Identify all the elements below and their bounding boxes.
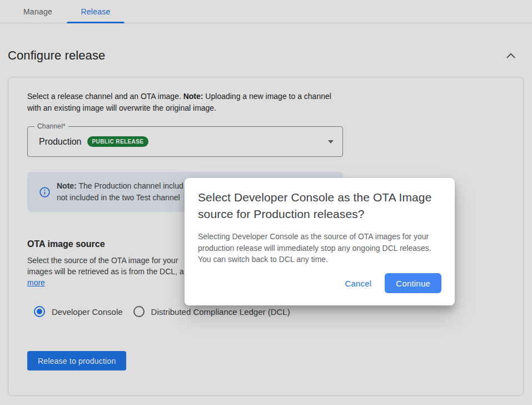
- dialog-title: Select Developer Console as the OTA Imag…: [198, 189, 442, 223]
- cancel-button[interactable]: Cancel: [339, 274, 377, 293]
- dialog-actions: Cancel Continue: [339, 273, 441, 293]
- dialog-body: Selecting Developer Console as the sourc…: [198, 231, 441, 265]
- confirm-dialog: Select Developer Console as the OTA Imag…: [185, 178, 455, 305]
- continue-button[interactable]: Continue: [385, 273, 441, 293]
- page: { "tabs": { "manage": "Manage", "release…: [0, 0, 532, 405]
